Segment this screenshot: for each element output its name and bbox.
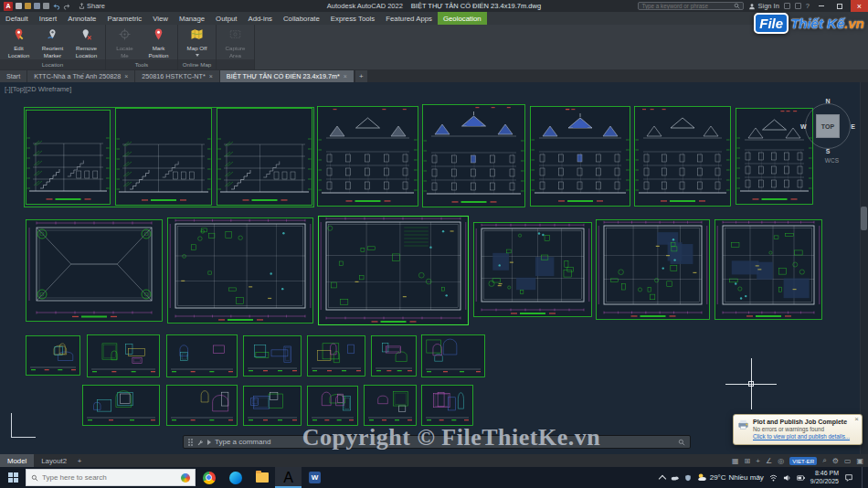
rect-icon[interactable]: ▭ — [844, 457, 852, 465]
cad-drawing-detail[interactable] — [243, 335, 302, 377]
plot-notification-popup[interactable]: Plot and Publish Job Complete No errors … — [733, 414, 863, 445]
menu-tab-parametric[interactable]: Parametric — [101, 12, 147, 25]
reorient-marker-button[interactable]: ReorientMarker — [37, 26, 69, 59]
cad-drawing-section[interactable] — [26, 110, 111, 205]
keyword-search-box[interactable] — [638, 2, 744, 10]
show-desktop-button[interactable] — [862, 467, 865, 488]
close-tab-icon[interactable]: × — [344, 73, 347, 80]
cad-drawing-planbright[interactable] — [318, 216, 469, 325]
cad-drawing-detail[interactable] — [166, 334, 238, 377]
edit-location-button[interactable]: EditLocation — [3, 26, 35, 59]
viewcube[interactable]: N S W E TOP — [802, 101, 853, 152]
cad-drawing-plandark[interactable] — [715, 219, 822, 320]
file-tab-kttc-nh-a-th-anh-250828[interactable]: KTTC-Nhà a Thế Anh 250828× — [27, 70, 134, 82]
cad-drawing-section[interactable] — [115, 108, 212, 206]
redo-icon[interactable] — [63, 3, 71, 10]
wcs-selector[interactable]: WCS — [825, 157, 839, 164]
menu-tab-output[interactable]: Output — [210, 12, 242, 25]
plot-icon[interactable] — [43, 3, 49, 9]
layout-tab-model[interactable]: Model — [0, 454, 34, 467]
action-center-icon[interactable] — [844, 473, 853, 483]
weather-widget[interactable]: 29°C Nhiều mây — [697, 472, 764, 483]
search-highlights-icon[interactable] — [181, 473, 190, 483]
angle-icon[interactable]: ∠ — [766, 457, 772, 465]
file-tab-bi-t-th-t-n-c-i-n-23-4x19-7m[interactable]: BIỆT THỰ TÂN CỔ ĐIỂN 23.4x19.7m*× — [220, 70, 354, 82]
remove-location-button[interactable]: RemoveLocation — [70, 26, 102, 59]
cad-drawing-detail[interactable] — [307, 335, 365, 377]
cad-drawing-facadeblue[interactable] — [530, 106, 630, 207]
new-layout-button[interactable]: + — [74, 455, 85, 466]
taskbar-app-word[interactable]: W — [302, 467, 328, 488]
menu-tab-manage[interactable]: Manage — [174, 12, 210, 25]
share-button[interactable]: Share — [79, 2, 105, 10]
app-store-icon[interactable] — [784, 3, 790, 9]
wifi-icon[interactable] — [769, 474, 778, 482]
cad-drawing-detail[interactable] — [166, 385, 238, 426]
scrollbar-thumb[interactable] — [861, 207, 867, 230]
menu-tab-express-tools[interactable]: Express Tools — [325, 12, 380, 25]
viewcube-south[interactable]: S — [826, 148, 831, 154]
tray-expand-icon[interactable] — [658, 475, 665, 483]
notification-link[interactable]: Click to view plot and publish details..… — [753, 433, 850, 440]
cad-drawing-roofplan[interactable] — [26, 219, 163, 322]
cad-drawing-facade[interactable] — [634, 106, 731, 207]
taskbar-app-chrome[interactable] — [196, 467, 222, 488]
input-language-badge[interactable]: VIET-ER — [789, 457, 817, 465]
taskbar-search-input[interactable] — [42, 473, 177, 482]
cad-drawing-plan[interactable] — [167, 217, 313, 324]
menu-tab-add-ins[interactable]: Add-ins — [243, 12, 278, 25]
new-tab-button[interactable]: + — [355, 70, 367, 82]
cad-drawing-plandark[interactable] — [596, 219, 710, 320]
save-icon[interactable] — [34, 3, 40, 9]
taskbar-app-autocad[interactable]: A — [275, 467, 302, 488]
taskbar-app-explorer[interactable] — [249, 467, 275, 488]
cad-drawing-detail[interactable] — [82, 385, 160, 426]
map-off-button[interactable]: Map Off — [181, 26, 213, 59]
cad-drawing-detail[interactable] — [371, 335, 417, 377]
command-prompt-text[interactable]: Type a command — [215, 438, 270, 446]
taskbar-app-edge[interactable] — [222, 467, 249, 488]
grid-icon[interactable]: ▦ — [732, 457, 739, 465]
viewcube-west[interactable]: W — [800, 123, 807, 130]
target-icon[interactable]: ◎ — [778, 457, 784, 465]
file-tab-start[interactable]: Start — [0, 70, 26, 82]
menu-tab-featured-apps[interactable]: Featured Apps — [380, 12, 438, 25]
plus-icon[interactable]: + — [756, 457, 760, 465]
close-tab-icon[interactable]: × — [124, 73, 128, 80]
close-button[interactable]: × — [851, 0, 868, 12]
sign-in-button[interactable]: Sign In — [748, 2, 778, 10]
menu-tab-annotate[interactable]: Annotate — [62, 12, 101, 25]
customize-wrench-icon[interactable] — [196, 439, 204, 446]
viewcube-east[interactable]: E — [851, 123, 855, 130]
menu-tab-default[interactable]: Default — [0, 12, 34, 25]
cad-drawing-detail[interactable] — [243, 386, 302, 426]
menu-tab-insert[interactable]: Insert — [34, 12, 63, 25]
drawing-canvas[interactable]: [-][Top][2D Wireframe] N S W E TOP WCS C… — [0, 82, 868, 454]
help-icon[interactable]: ? — [806, 2, 810, 10]
open-file-icon[interactable] — [25, 3, 31, 9]
autocad-logo-icon[interactable]: A — [4, 2, 13, 11]
lock-icon[interactable]: ▣ — [856, 457, 863, 465]
cad-drawing-detail[interactable] — [421, 334, 485, 377]
start-button[interactable] — [0, 467, 26, 488]
viewcube-top-face[interactable]: TOP — [816, 114, 840, 138]
undo-icon[interactable] — [52, 3, 60, 10]
cad-drawing-facade[interactable] — [317, 106, 418, 207]
taskbar-search-box[interactable] — [26, 469, 196, 486]
menu-tab-geolocation[interactable]: Geolocation — [438, 12, 487, 25]
gear-icon[interactable]: ⚙ — [832, 457, 839, 465]
command-search-icon[interactable] — [678, 439, 685, 446]
command-line-grip-icon[interactable] — [188, 439, 193, 446]
cad-drawing-detail[interactable] — [364, 385, 417, 426]
maximize-button[interactable] — [832, 0, 846, 12]
battery-icon[interactable] — [797, 474, 805, 482]
cad-drawing-facadeblue[interactable] — [422, 104, 525, 207]
layout-tab-layout2[interactable]: Layout2 — [34, 454, 74, 467]
viewcube-north[interactable]: N — [825, 98, 830, 104]
new-file-icon[interactable] — [16, 3, 22, 9]
locate-me-button[interactable]: LocateMe — [109, 26, 141, 59]
file-tab-250816-hstktc-nt[interactable]: 250816 HSTKTC-NT*× — [135, 70, 219, 82]
cad-drawing-detail[interactable] — [26, 335, 80, 376]
volume-icon[interactable] — [783, 474, 791, 482]
mark-position-button[interactable]: MarkPosition — [143, 26, 175, 59]
